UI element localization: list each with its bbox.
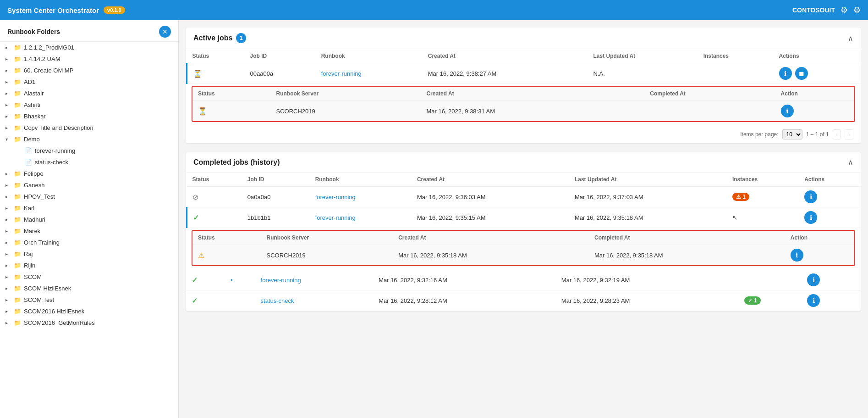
- sidebar-item-status-check[interactable]: 📄status-check: [0, 156, 178, 168]
- sidebar-item-label: SCOM2016_GetMonRules: [24, 319, 175, 326]
- folder-icon: 📁: [14, 319, 21, 326]
- sidebar-item-label: Rijin: [24, 262, 175, 269]
- sidebar-item-demo[interactable]: ▾📁Demo: [0, 134, 178, 145]
- updated-cell: Mar 16, 2022, 9:32:19 AM: [556, 270, 739, 290]
- actions-cell: ℹ: [799, 207, 861, 228]
- updated-cell: Mar 16, 2022, 9:28:23 AM: [556, 290, 739, 311]
- active-jobs-count: 1: [236, 33, 246, 43]
- info-button[interactable]: ℹ: [779, 67, 792, 80]
- info-button[interactable]: ℹ: [804, 211, 817, 224]
- info-button[interactable]: ℹ: [804, 190, 817, 203]
- table-row[interactable]: ⊘ 0a0a0a0 forever-running Mar 16, 2022, …: [187, 187, 861, 207]
- sidebar-item-copytitle[interactable]: ▸📁Copy Title and Description: [0, 122, 178, 134]
- completed-jobs-title-area: Completed jobs (history): [193, 158, 280, 167]
- sidebar-item-ashriti[interactable]: ▸📁Ashriti: [0, 99, 178, 111]
- table-row[interactable]: ✓ • forever-running Mar 16, 2022, 9:32:1…: [186, 270, 861, 290]
- cancel-icon: ⊘: [192, 193, 198, 201]
- runbook-link[interactable]: forever-running: [315, 194, 356, 201]
- sidebar-item-karl[interactable]: ▸📁Karl: [0, 202, 178, 214]
- sidebar-item-ad1[interactable]: ▸📁AD1: [0, 76, 178, 88]
- sidebar-item-orchtraining[interactable]: ▸📁Orch Training: [0, 237, 178, 248]
- sidebar-item-scom2016get[interactable]: ▸📁SCOM2016_GetMonRules: [0, 317, 178, 329]
- folder-arrow-icon: ▾: [5, 137, 11, 142]
- completed-jobs-table: Status Job ID Runbook Created At Last Up…: [186, 173, 861, 228]
- runbook-link[interactable]: forever-running: [315, 214, 356, 221]
- sidebar-item-ganesh[interactable]: ▸📁Ganesh: [0, 179, 178, 191]
- sidebar-item-bhaskar[interactable]: ▸📁Bhaskar: [0, 111, 178, 122]
- folder-icon: 📁: [14, 136, 21, 143]
- account-icon[interactable]: ⚙: [853, 5, 861, 15]
- info-button[interactable]: ℹ: [807, 294, 820, 307]
- active-jobs-title: Active jobs: [193, 34, 232, 42]
- sidebar-scroll[interactable]: ▸📁1.2.1.2_ProdMG01▸📁1.4.14.2 UAM▸📁60. Cr…: [0, 42, 178, 418]
- sidebar-item-madhuri[interactable]: ▸📁Madhuri: [0, 214, 178, 225]
- folder-arrow-icon: ▸: [5, 194, 11, 199]
- folder-arrow-icon: ▸: [5, 309, 11, 314]
- items-per-page-select[interactable]: 10 25 50: [782, 129, 802, 139]
- sidebar-item-scomhizli[interactable]: ▸📁SCOM HizliEsnek: [0, 283, 178, 294]
- col-jobid: Job ID: [242, 173, 310, 187]
- sub-info-button[interactable]: ℹ: [791, 249, 803, 262]
- sidebar-item-1414[interactable]: ▸📁1.4.14.2 UAM: [0, 53, 178, 65]
- runbook-link[interactable]: forever-running: [321, 70, 362, 77]
- col-updated: Last Updated At: [588, 49, 698, 63]
- settings-icon[interactable]: ⚙: [841, 5, 848, 15]
- runbook-cell: forever-running: [255, 270, 374, 290]
- sub-col-created: Created At: [393, 231, 589, 245]
- folder-icon: 📁: [14, 67, 21, 74]
- info-button[interactable]: ℹ: [807, 273, 820, 286]
- sub-completed-cell: [644, 101, 775, 122]
- created-cell: Mar 16, 2022, 9:36:03 AM: [412, 187, 569, 207]
- folder-icon: 📁: [14, 262, 21, 269]
- sidebar-item-1212[interactable]: ▸📁1.2.1.2_ProdMG01: [0, 42, 178, 53]
- sidebar-item-scomtest[interactable]: ▸📁SCOM Test: [0, 294, 178, 306]
- sidebar-item-raj[interactable]: ▸📁Raj: [0, 248, 178, 260]
- sidebar-item-scom2016hizli[interactable]: ▸📁SCOM2016 HizliEsnek: [0, 306, 178, 317]
- header-right: CONTOSOUIT ⚙ ⚙: [792, 5, 861, 15]
- active-jobs-title-area: Active jobs 1: [193, 33, 246, 43]
- sidebar-item-60[interactable]: ▸📁60. Create OM MP: [0, 65, 178, 76]
- col-actions: Actions: [799, 173, 861, 187]
- sidebar-item-label: SCOM Test: [24, 296, 175, 303]
- app-header: System Center Orchestrator v0.1.0 CONTOS…: [0, 0, 868, 20]
- close-sidebar-button[interactable]: ✕: [159, 26, 171, 38]
- sidebar-item-felippe[interactable]: ▸📁Felippe: [0, 168, 178, 179]
- sidebar-item-marek[interactable]: ▸📁Marek: [0, 225, 178, 237]
- sidebar-item-forever-running[interactable]: 📄forever-running: [0, 145, 178, 156]
- active-jobs-collapse-button[interactable]: ∧: [848, 34, 853, 43]
- runbook-cell: forever-running: [310, 207, 412, 228]
- folder-arrow-icon: ▸: [5, 171, 11, 176]
- created-cell: Mar 16, 2022, 9:28:12 AM: [373, 290, 556, 311]
- folder-arrow-icon: ▸: [5, 102, 11, 107]
- success-instance-badge: ✓ 1: [744, 296, 761, 305]
- runbook-link[interactable]: status-check: [261, 297, 294, 304]
- completed-jobs-collapse-button[interactable]: ∧: [848, 158, 853, 167]
- next-page-button[interactable]: ›: [845, 129, 853, 139]
- folder-icon: 📁: [14, 193, 21, 200]
- col-jobid: Job ID: [245, 49, 316, 63]
- sidebar-item-alastair[interactable]: ▸📁Alastair: [0, 88, 178, 99]
- sub-created-cell: Mar 16, 2022, 9:38:31 AM: [421, 101, 644, 122]
- col-actions: Actions: [774, 49, 861, 63]
- sub-server-cell: SCORCH2019: [261, 245, 393, 266]
- active-jobs-pagination: Items per page: 10 25 50 1 – 1 of 1 ‹ ›: [186, 126, 861, 143]
- status-cell: ⏳: [187, 63, 245, 84]
- stop-button[interactable]: ◼: [795, 67, 808, 80]
- runbook-link[interactable]: forever-running: [261, 277, 301, 284]
- sidebar-item-rijin[interactable]: ▸📁Rijin: [0, 260, 178, 271]
- content-area: Active jobs 1 ∧ Status Job ID Runbook Cr…: [179, 20, 868, 418]
- completed-job-subtable-container: Status Runbook Server Created At Complet…: [192, 230, 855, 266]
- hourglass-icon: ⏳: [198, 107, 207, 115]
- sub-info-button[interactable]: ℹ: [781, 105, 794, 117]
- table-row[interactable]: ⏳ 00aa00a forever-running Mar 16, 2022, …: [187, 63, 861, 84]
- table-row[interactable]: ✓ status-check Mar 16, 2022, 9:28:12 AM …: [186, 290, 861, 311]
- table-row[interactable]: ✓ 1b1b1b1 forever-running Mar 16, 2022, …: [187, 207, 861, 228]
- sidebar-item-scom[interactable]: ▸📁SCOM: [0, 271, 178, 283]
- sidebar-item-label: forever-running: [35, 147, 175, 154]
- folder-arrow-icon: ▸: [5, 240, 11, 245]
- folder-icon: 📁: [14, 239, 21, 246]
- actions-cell: ℹ ◼: [774, 63, 861, 84]
- prev-page-button[interactable]: ‹: [833, 129, 841, 139]
- jobid-cell: 0a0a0a0: [242, 187, 310, 207]
- sidebar-item-hpov[interactable]: ▸📁HPOV_Test: [0, 191, 178, 202]
